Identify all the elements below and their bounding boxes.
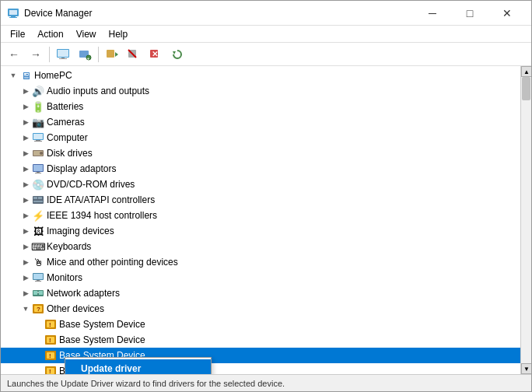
toolbar-scan[interactable]: + — [75, 45, 95, 64]
list-item[interactable]: ▶ ⚡ IEEE 1394 host controllers — [1, 208, 520, 223]
menu-view[interactable]: View — [70, 27, 103, 41]
network-icon — [32, 287, 44, 299]
disk-icon — [32, 147, 44, 159]
homepc-icon: 🖥 — [19, 69, 32, 82]
expand-network[interactable]: ▶ — [19, 287, 32, 299]
menu-action[interactable]: Action — [31, 27, 69, 41]
list-item[interactable]: ▶ Computer — [1, 130, 520, 145]
expand-audio[interactable]: ▶ — [19, 85, 32, 97]
svg-text:!: ! — [49, 337, 51, 344]
expand-mice[interactable]: ▶ — [19, 256, 32, 268]
batteries-icon: 🔋 — [32, 100, 44, 113]
expand-other[interactable]: ▼ — [19, 303, 32, 315]
menu-bar: File Action View Help — [1, 26, 531, 43]
expand-display[interactable]: ▶ — [19, 163, 32, 175]
expand-ide[interactable]: ▶ — [19, 194, 32, 206]
svg-rect-30 — [33, 197, 37, 199]
toolbar-forward[interactable]: → — [26, 45, 46, 64]
dvd-icon: 💿 — [32, 178, 44, 191]
list-item[interactable]: ▶ IDE ATA/ATAPI controllers — [1, 192, 520, 208]
tree-view[interactable]: ▼ 🖥 HomePC ▶ 🔊 Audio inputs and outputs … — [1, 66, 520, 374]
computer-icon — [32, 131, 44, 144]
toolbar-back[interactable]: ← — [4, 45, 24, 64]
status-bar: Launches the Update Driver wizard to fin… — [1, 374, 531, 391]
list-item[interactable]: ▶ 🔊 Audio inputs and outputs — [1, 83, 520, 99]
toolbar-uninstall[interactable]: ✕ — [145, 45, 166, 64]
keyboards-icon: ⌨ — [32, 240, 44, 253]
vertical-scrollbar[interactable]: ▲ ▼ — [520, 66, 531, 374]
list-item[interactable]: ▶ ⌨ Keyboards — [1, 239, 520, 254]
maximize-button[interactable]: □ — [452, 1, 488, 26]
svg-rect-32 — [33, 201, 43, 202]
scrollbar-thumb[interactable] — [522, 77, 530, 100]
close-button[interactable]: ✕ — [489, 1, 525, 26]
list-item[interactable]: ▶ ! Base System Device — [1, 317, 520, 332]
svg-point-24 — [40, 152, 43, 155]
display-label: Display adaptors — [47, 163, 116, 174]
list-item[interactable]: ▶ Monitors — [1, 270, 520, 285]
list-item[interactable]: ▶ 📷 Cameras — [1, 114, 520, 130]
ide-label: IDE ATA/ATAPI controllers — [47, 194, 155, 205]
scroll-up-button[interactable]: ▲ — [521, 66, 531, 77]
expand-imaging[interactable]: ▶ — [19, 225, 32, 237]
homepc-label: HomePC — [34, 70, 72, 81]
svg-rect-21 — [34, 141, 42, 142]
expand-disk[interactable]: ▶ — [19, 147, 32, 159]
base1-icon: ! — [44, 318, 57, 331]
base2-icon: ! — [44, 334, 57, 346]
ieee-label: IEEE 1394 host controllers — [47, 210, 157, 221]
expand-ieee[interactable]: ▶ — [19, 209, 32, 222]
toolbar: ← → + — [1, 43, 531, 66]
toolbar-refresh[interactable] — [167, 45, 187, 64]
disk-label: Disk drives — [47, 148, 93, 159]
list-item[interactable]: ▶ 💿 DVD/CD-ROM drives — [1, 177, 520, 192]
list-item[interactable]: ▶ Network adapters — [1, 285, 520, 301]
list-item[interactable]: ▶ 🖱 Mice and other pointing devices — [1, 254, 520, 270]
svg-rect-39 — [39, 291, 43, 295]
list-item[interactable]: ▶ 🖼 Imaging devices — [1, 223, 520, 239]
expand-cameras[interactable]: ▶ — [19, 116, 32, 128]
cameras-label: Cameras — [47, 117, 85, 128]
title-bar: Device Manager ─ □ ✕ — [1, 1, 531, 26]
svg-text:+: + — [87, 55, 90, 60]
toolbar-disable[interactable] — [124, 45, 144, 64]
mice-label: Mice and other pointing devices — [47, 257, 178, 268]
list-item[interactable]: ▼ ? Other devices — [1, 301, 520, 317]
base2-label: Base System Device — [59, 334, 145, 345]
batteries-label: Batteries — [47, 101, 83, 112]
scroll-down-button[interactable]: ▼ — [521, 363, 531, 374]
monitors-label: Monitors — [47, 272, 82, 283]
context-menu: Update driver Disable device Uninstall d… — [65, 357, 212, 374]
expand-batteries[interactable]: ▶ — [19, 100, 32, 113]
svg-text:!: ! — [49, 368, 51, 374]
audio-label: Audio inputs and outputs — [47, 86, 149, 96]
minimize-button[interactable]: ─ — [415, 1, 450, 26]
expand-dvd[interactable]: ▶ — [19, 178, 32, 191]
menu-file[interactable]: File — [4, 27, 31, 41]
base1-label: Base System Device — [59, 319, 145, 330]
expand-homepc[interactable]: ▼ — [7, 69, 19, 82]
other-label: Other devices — [47, 303, 104, 314]
svg-rect-36 — [35, 281, 41, 282]
menu-help[interactable]: Help — [103, 27, 135, 41]
device-manager-window: Device Manager ─ □ ✕ File Action View He… — [0, 0, 532, 392]
svg-text:?: ? — [37, 306, 40, 313]
context-update-driver[interactable]: Update driver — [65, 359, 211, 374]
ieee-icon: ⚡ — [32, 209, 44, 222]
list-item[interactable]: ▶ 🔋 Batteries — [1, 99, 520, 114]
list-item[interactable]: ▶ Display adaptors — [1, 161, 520, 177]
svg-rect-5 — [58, 50, 68, 57]
window-controls: ─ □ ✕ — [415, 1, 525, 26]
svg-marker-12 — [115, 52, 118, 57]
toolbar-separator-2 — [98, 47, 99, 62]
toolbar-properties[interactable] — [53, 45, 73, 64]
list-item[interactable]: ▶ Disk drives — [1, 145, 520, 161]
expand-computer[interactable]: ▶ — [19, 131, 32, 144]
list-item[interactable]: ▶ ! Base System Device — [1, 332, 520, 348]
imaging-label: Imaging devices — [47, 226, 114, 236]
dvd-label: DVD/CD-ROM drives — [47, 179, 135, 190]
tree-root[interactable]: ▼ 🖥 HomePC — [1, 68, 520, 83]
toolbar-update-driver[interactable] — [102, 45, 122, 64]
svg-rect-38 — [33, 291, 37, 295]
expand-monitors[interactable]: ▶ — [19, 271, 32, 284]
